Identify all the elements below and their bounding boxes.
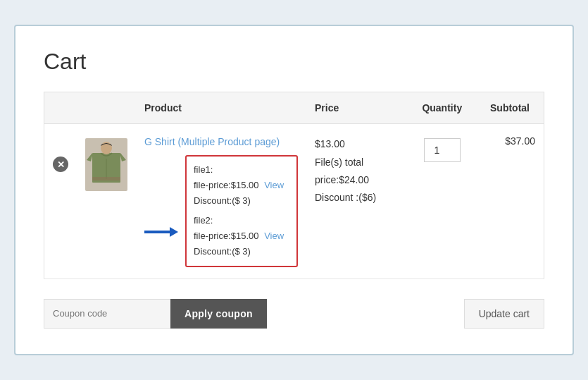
product-link[interactable]: G Shirt (Multiple Product page) <box>144 135 298 149</box>
files-total-price: price:$24.00 <box>315 171 400 189</box>
update-cart-button[interactable]: Update cart <box>464 299 544 329</box>
col-price-header: Price <box>306 92 408 124</box>
file1-discount: Discount:($ 3) <box>194 193 289 209</box>
file2-section: file2: file-price:$15.00 View Discount:(… <box>194 213 289 259</box>
product-cell: G Shirt (Multiple Product page) file1: <box>136 124 306 278</box>
file1-section: file1: file-price:$15.00 View Discount:(… <box>194 162 289 209</box>
page-title: Cart <box>44 49 544 75</box>
arrow-icon <box>144 224 178 240</box>
svg-marker-7 <box>170 227 178 237</box>
table-header-row: Product Price Quantity Subtotal <box>44 92 544 124</box>
cart-footer: Apply coupon Update cart <box>44 296 544 329</box>
remove-cell: ✕ <box>44 124 77 278</box>
col-image-header <box>77 92 136 124</box>
table-row: ✕ <box>44 124 544 278</box>
image-cell <box>77 124 136 278</box>
remove-icon: ✕ <box>53 157 68 172</box>
col-remove-header <box>44 92 77 124</box>
file2-label: file2: <box>194 213 289 228</box>
file1-label: file1: <box>194 162 289 178</box>
svg-marker-1 <box>87 153 92 161</box>
coupon-input[interactable] <box>44 299 170 329</box>
discount-label: Discount :($ <box>315 192 368 203</box>
file2-discount: Discount:($ 3) <box>194 244 289 259</box>
apply-coupon-button[interactable]: Apply coupon <box>170 299 267 329</box>
discount-row: Discount :($6) <box>315 189 400 207</box>
files-total-label: File(s) total <box>315 154 400 171</box>
file2-price: file-price:$15.00 <box>194 231 259 241</box>
footer-left: Apply coupon <box>44 299 267 329</box>
shirt-svg <box>87 140 126 190</box>
quantity-cell <box>408 124 475 278</box>
file1-view-link[interactable]: View <box>264 180 284 190</box>
svg-marker-2 <box>120 153 126 161</box>
svg-rect-4 <box>92 177 120 180</box>
discount-close: ) <box>373 192 377 203</box>
cart-table: Product Price Quantity Subtotal ✕ <box>44 92 544 278</box>
quantity-input[interactable] <box>424 138 461 162</box>
col-qty-header: Quantity <box>408 92 475 124</box>
file2-price-row: file-price:$15.00 View <box>194 228 289 244</box>
product-image <box>85 138 127 191</box>
price-cell: $13.00 File(s) total price:$24.00 Discou… <box>306 124 408 278</box>
file1-price: file-price:$15.00 <box>194 180 259 190</box>
file-details-box: file1: file-price:$15.00 View Discount:(… <box>185 155 298 267</box>
discount-value: 6 <box>368 192 373 203</box>
remove-button[interactable]: ✕ <box>53 157 68 172</box>
base-price: $13.00 <box>315 135 400 153</box>
file2-view-link[interactable]: View <box>264 231 284 241</box>
file1-price-row: file-price:$15.00 View <box>194 178 289 193</box>
cart-window: Cart Product Price Quantity Subtotal ✕ <box>14 25 574 355</box>
col-product-header: Product <box>136 92 306 124</box>
subtotal-cell: $37.00 <box>475 124 544 278</box>
arrow-col <box>144 155 182 240</box>
col-subtotal-header: Subtotal <box>475 92 544 124</box>
